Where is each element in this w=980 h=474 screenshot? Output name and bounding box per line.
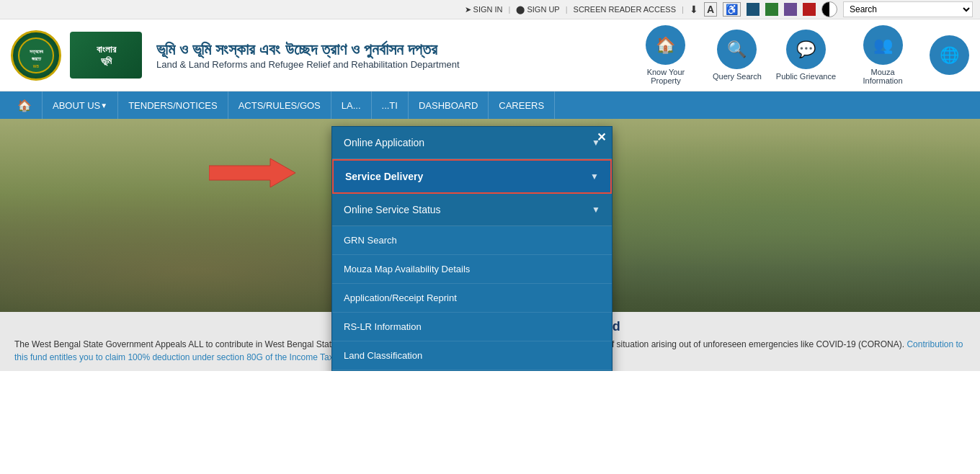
color-box-green[interactable] — [765, 3, 778, 16]
english-title: Land & Land Reforms and Refugee Relief a… — [156, 59, 460, 70]
svg-marker-4 — [209, 158, 295, 187]
divider2: | — [566, 5, 568, 14]
online-application-label: Online Application — [344, 137, 424, 148]
screen-reader-link[interactable]: SCREEN READER ACCESS — [574, 5, 676, 14]
mouza-info-label: Mouza Information — [850, 68, 915, 85]
rs-lr-info-label: RS-LR Information — [344, 321, 422, 332]
query-search-label: Query Search — [713, 72, 762, 81]
mouza-map-label: Mouza Map Availability Details — [344, 264, 470, 274]
know-property-icon-item[interactable]: 🏠 Know Your Property — [633, 25, 698, 85]
public-grievance-button[interactable]: 💬 — [786, 30, 826, 69]
dropdown-item-application-reprint[interactable]: Application/Receipt Reprint — [332, 284, 612, 313]
know-property-label: Know Your Property — [633, 68, 698, 85]
arrow-annotation — [209, 155, 295, 194]
nav-dashboard[interactable]: DASHBOARD — [409, 91, 489, 119]
contrast-icon[interactable] — [821, 1, 837, 17]
land-classification-label: Land Classification — [344, 350, 422, 361]
dropdown-item-service-delivery[interactable]: Service Delivery ▼ — [332, 159, 612, 194]
divider3: | — [682, 5, 684, 14]
dropdown-item-online-application[interactable]: Online Application ▼ — [332, 127, 612, 159]
font-size-icon[interactable]: A — [704, 2, 717, 17]
nav-ti[interactable]: ...TI — [372, 91, 409, 119]
govt-emblem: সত্যমেব জয়তে WB — [11, 30, 61, 81]
svg-text:জয়তে: জয়তে — [32, 56, 42, 62]
service-delivery-label: Service Delivery — [345, 171, 423, 182]
know-property-button[interactable]: 🏠 — [646, 25, 685, 65]
query-search-icon-item[interactable]: 🔍 Query Search — [713, 30, 762, 81]
nav-careers[interactable]: CAREERS — [489, 91, 555, 119]
dropdown-item-grn-search[interactable]: GRN Search — [332, 226, 612, 255]
nav-tenders[interactable]: TENDERS/NOTICES — [118, 91, 228, 119]
navbar: 🏠 ABOUT US TENDERS/NOTICES ACTS/RULES/GO… — [0, 91, 980, 119]
logo-area: সত্যমেব জয়তে WB বাংলারভূমি ভূমি ও ভূমি … — [11, 30, 460, 81]
application-reprint-label: Application/Receipt Reprint — [344, 292, 457, 303]
nav-acts[interactable]: ACTS/RULES/GOS — [228, 91, 331, 119]
search-dropdown[interactable]: Search — [843, 1, 973, 17]
header-icons: 🏠 Know Your Property 🔍 Query Search 💬 Pu… — [633, 25, 969, 85]
red-arrow-icon — [209, 155, 295, 191]
nav-home[interactable]: 🏠 — [7, 91, 43, 119]
query-search-button[interactable]: 🔍 — [717, 30, 757, 69]
header: সত্যমেব জয়তে WB বাংলারভূমি ভূমি ও ভূমি … — [0, 19, 980, 91]
mouza-info-button[interactable]: 👥 — [863, 25, 903, 65]
chevron-down-icon: ▼ — [590, 171, 599, 182]
nav-la[interactable]: LA... — [331, 91, 372, 119]
color-box-red[interactable] — [803, 3, 816, 16]
sign-up-link[interactable]: ⬤ SIGN UP — [516, 5, 559, 14]
public-grievance-label: Public Grievance — [776, 72, 836, 81]
color-box-blue[interactable] — [747, 3, 760, 16]
accessibility-icon[interactable]: ♿ — [723, 2, 741, 17]
sign-in-link[interactable]: ➤ SIGN IN — [465, 5, 503, 14]
svg-text:WB: WB — [33, 64, 40, 68]
dropdown-item-rs-lr-info[interactable]: RS-LR Information — [332, 313, 612, 341]
banglarjomi-logo: বাংলারভূমি — [70, 32, 142, 79]
header-title: ভূমি ও ভূমি সংস্কার এবং উচ্ছেদ ত্রাণ ও প… — [156, 40, 460, 70]
global-icon-item[interactable]: 🌐 — [930, 35, 969, 75]
color-box-purple[interactable] — [784, 3, 797, 16]
divider1: | — [509, 5, 511, 14]
dropdown-panel: ✕ Online Application ▼ Service Delivery … — [331, 126, 612, 371]
grn-search-label: GRN Search — [344, 235, 397, 246]
chevron-down-icon: ▼ — [592, 205, 600, 215]
svg-text:সত্যমেব: সত্যমেব — [30, 49, 44, 55]
dropdown-close-button[interactable]: ✕ — [597, 130, 606, 144]
dropdown-item-online-service-status[interactable]: Online Service Status ▼ — [332, 194, 612, 226]
bengali-title: ভূমি ও ভূমি সংস্কার এবং উচ্ছেদ ত্রাণ ও প… — [156, 40, 460, 59]
dropdown-item-echallan[interactable]: eChallan Services ▼ — [332, 370, 612, 371]
mouza-info-icon-item[interactable]: 👥 Mouza Information — [850, 25, 915, 85]
dropdown-item-land-classification[interactable]: Land Classification — [332, 341, 612, 370]
online-service-status-label: Online Service Status — [344, 204, 441, 215]
hero-section: ✕ Online Application ▼ Service Delivery … — [0, 119, 980, 371]
download-icon[interactable]: ⬇ — [690, 4, 698, 15]
global-button[interactable]: 🌐 — [930, 35, 969, 75]
nav-about[interactable]: ABOUT US — [43, 91, 118, 119]
top-bar: ➤ SIGN IN | ⬤ SIGN UP | SCREEN READER AC… — [0, 0, 980, 19]
public-grievance-icon-item[interactable]: 💬 Public Grievance — [776, 30, 836, 81]
dropdown-item-mouza-map[interactable]: Mouza Map Availability Details — [332, 255, 612, 284]
